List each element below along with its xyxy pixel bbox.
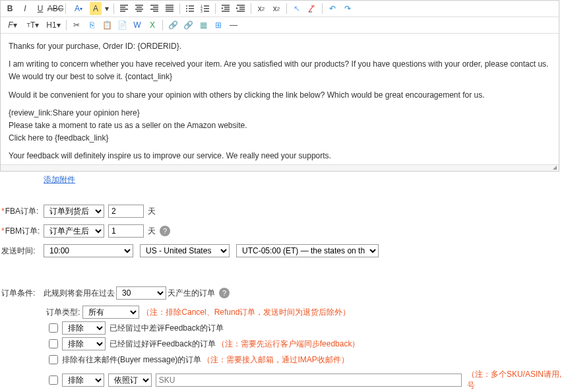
rule2-note: （注：需要先运行客户端同步feedback）	[217, 339, 360, 350]
rule4-select[interactable]: 排除	[62, 374, 104, 387]
fbm-days-input[interactable]	[108, 224, 144, 238]
paste-text-button[interactable]: 📄	[115, 18, 129, 32]
help-icon[interactable]: ?	[219, 288, 230, 298]
align-justify-button[interactable]	[163, 2, 176, 15]
cond-label: 订单条件:	[1, 288, 44, 299]
fba-trigger-select[interactable]: 订单到货后	[44, 205, 104, 218]
fba-unit: 天	[148, 206, 156, 217]
bg-color-button[interactable]: A	[90, 2, 102, 15]
bullet-list-button[interactable]	[183, 2, 197, 15]
cut-button[interactable]: ✂	[70, 18, 83, 32]
paste-word-button[interactable]: W	[131, 18, 144, 32]
sendtime-country-select[interactable]: US - United States	[140, 244, 230, 257]
svg-text:3: 3	[201, 9, 203, 13]
align-center-button[interactable]	[133, 2, 146, 15]
image-button[interactable]: ▦	[197, 18, 210, 32]
editor-line: Your feedback will definitely inspire us…	[9, 150, 551, 164]
rule1-select[interactable]: 排除	[62, 321, 106, 335]
indent-button[interactable]	[234, 2, 247, 15]
editor-line: Would it be convenient for you to share …	[9, 89, 551, 102]
add-attachment-link[interactable]: 添加附件	[44, 175, 75, 184]
hr-button[interactable]: —	[227, 18, 240, 32]
fbm-label: FBM订单:	[1, 226, 44, 237]
rule2-text: 已经留过好评Feedback的订单	[110, 339, 216, 350]
bold-button[interactable]: B	[3, 2, 16, 15]
unlink-button[interactable]: 🔗	[181, 18, 195, 32]
underline-button[interactable]: U	[34, 2, 47, 15]
paste-excel-button[interactable]: X	[146, 18, 159, 32]
order-type-note: （注：排除Cancel、Refund订单，发送时间为退货后除外）	[142, 307, 350, 318]
link-button[interactable]: 🔗	[166, 18, 179, 32]
rich-text-editor: B I U ABC A▾ A▾ 123 x2 x2 ↖ ↶ ↷ F▾ TT▾ H…	[0, 0, 559, 172]
copy-button[interactable]: ⎘	[85, 18, 98, 32]
editor-line: Thanks for your purchase, Order ID: {ORD…	[9, 40, 551, 53]
align-right-button[interactable]	[148, 2, 161, 15]
redo-button[interactable]: ↷	[341, 2, 354, 15]
svg-point-1	[186, 8, 187, 9]
rule4-checkbox[interactable]	[49, 376, 58, 385]
editor-line: I am writing to concern whether you have…	[9, 58, 551, 83]
toolbar-row-1: B I U ABC A▾ A▾ 123 x2 x2 ↖ ↶ ↷	[1, 1, 559, 17]
rule3-note: （注：需要接入邮箱，通过IMAP收邮件）	[203, 354, 348, 366]
outdent-button[interactable]	[219, 2, 232, 15]
rule2-checkbox[interactable]	[49, 339, 58, 348]
rule4-note: （注：多个SKU/ASIN请用,号	[467, 369, 566, 391]
fba-days-input[interactable]	[108, 205, 144, 218]
fbm-trigger-select[interactable]: 订单产生后	[44, 224, 104, 238]
heading-button[interactable]: H1▾	[44, 18, 63, 32]
number-list-button[interactable]: 123	[199, 2, 212, 15]
rule3-text: 排除有往来邮件(Buyer message)的订单	[62, 354, 201, 366]
rule4-by-select[interactable]: 依照订单	[108, 374, 152, 387]
strikethrough-button[interactable]: ABC	[49, 2, 62, 15]
order-type-select[interactable]: 所有	[82, 306, 139, 319]
cond-days-select[interactable]: 30	[116, 286, 166, 300]
italic-button[interactable]: I	[18, 2, 32, 15]
order-type-label: 订单类型:	[46, 307, 80, 318]
resize-handle[interactable]	[1, 164, 559, 171]
sendtime-tz-select[interactable]: UTC-05:00 (ET) — the states on the Atla	[236, 244, 379, 257]
undo-button[interactable]: ↶	[326, 2, 339, 15]
cond-suffix: 天产生的订单	[168, 288, 215, 299]
sendtime-label: 发送时间:	[1, 245, 44, 257]
font-family-button[interactable]: F▾	[3, 18, 22, 32]
select-all-button[interactable]: ↖	[290, 2, 303, 15]
help-icon[interactable]: ?	[160, 226, 170, 236]
font-size-button[interactable]: TT▾	[24, 18, 42, 32]
rule1-checkbox[interactable]	[49, 323, 58, 333]
paste-button[interactable]: 📋	[100, 18, 113, 32]
sendtime-time-select[interactable]: 10:00	[44, 244, 133, 257]
editor-content[interactable]: Thanks for your purchase, Order ID: {ORD…	[1, 34, 559, 164]
text-color-button[interactable]: A▾	[69, 2, 88, 15]
rule3-checkbox[interactable]	[49, 355, 58, 364]
cond-prefix: 此规则将套用在过去	[44, 288, 115, 299]
rule4-sku-input[interactable]	[156, 374, 462, 387]
superscript-button[interactable]: x2	[255, 2, 268, 15]
rule2-select[interactable]: 排除	[62, 337, 106, 350]
svg-point-0	[186, 5, 187, 7]
fba-label: FBA订单:	[1, 206, 44, 217]
subscript-button[interactable]: x2	[270, 2, 283, 15]
rule1-text: 已经留过中差评Feedback的订单	[110, 323, 224, 334]
table-button[interactable]: ⊞	[212, 18, 225, 32]
align-left-button[interactable]	[117, 2, 131, 15]
clear-format-button[interactable]	[305, 2, 319, 15]
bg-color-dropdown[interactable]: ▾	[104, 2, 110, 15]
fbm-unit: 天	[148, 226, 156, 237]
toolbar-row-2: F▾ TT▾ H1▾ ✂ ⎘ 📋 📄 W X 🔗 🔗 ▦ ⊞ —	[1, 17, 559, 34]
editor-line: {review_link:Share your opinion here} Pl…	[9, 107, 551, 145]
svg-point-2	[186, 11, 187, 12]
